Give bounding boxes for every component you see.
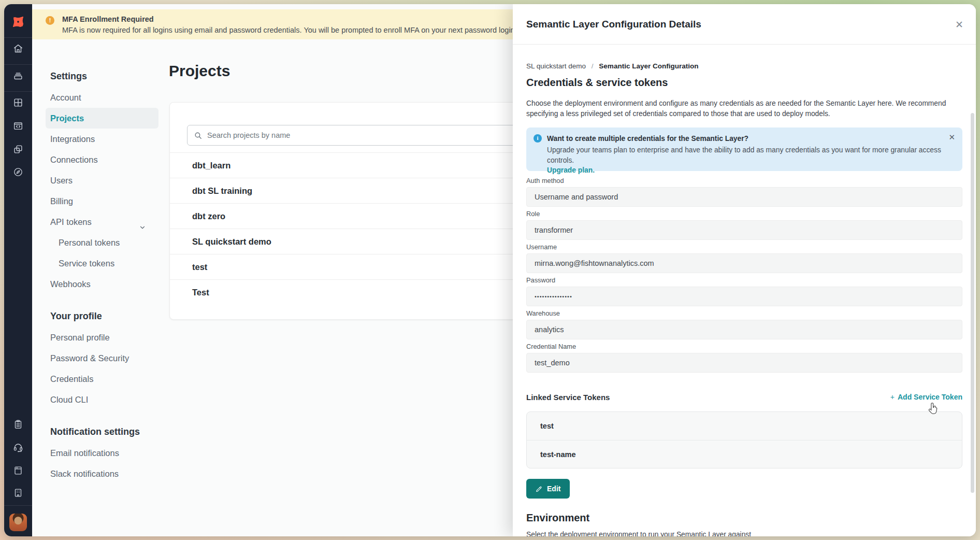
info-title: Want to create multiple credentials for …	[547, 134, 942, 144]
dbt-logo-icon[interactable]	[4, 10, 32, 33]
sidebar-item-password-security[interactable]: Password & Security	[46, 348, 158, 368]
project-row[interactable]: test	[170, 254, 542, 279]
field-warehouse: Warehouse	[526, 309, 962, 339]
field-label: Auth method	[526, 177, 962, 184]
docs-book-icon[interactable]	[4, 461, 32, 480]
sidebar-item-webhooks[interactable]: Webhooks	[46, 274, 158, 294]
develop-code-icon[interactable]	[4, 117, 32, 135]
search-input[interactable]	[207, 131, 528, 139]
field-label: Password	[526, 276, 962, 284]
app-window: ! MFA Enrollment Required MFA is now req…	[4, 4, 976, 536]
breadcrumb-current: Semantic Layer Configuration	[599, 62, 698, 70]
sidebar-divider	[4, 64, 32, 65]
sidebar-item-projects[interactable]: Projects	[46, 108, 158, 129]
role-input[interactable]	[526, 220, 962, 240]
project-row[interactable]: SL quickstart demo	[170, 229, 542, 254]
changelog-clipboard-icon[interactable]	[4, 415, 32, 434]
environment-title: Environment	[526, 512, 589, 524]
sidebar-item-users[interactable]: Users	[46, 170, 158, 191]
page-title: Projects	[169, 62, 230, 80]
info-icon: i	[534, 134, 542, 143]
support-headset-icon[interactable]	[4, 438, 32, 457]
linked-tokens-header: Linked Service Tokens +Add Service Token	[526, 393, 962, 402]
plus-icon: +	[890, 393, 895, 401]
field-label: Role	[526, 210, 962, 218]
project-row[interactable]: dbt_learn	[170, 152, 542, 178]
project-search	[187, 125, 529, 146]
close-icon[interactable]: ✕	[955, 19, 963, 31]
section-title: Credentials & service tokens	[526, 77, 668, 89]
service-token-row[interactable]: test	[527, 412, 962, 440]
user-avatar[interactable]	[9, 514, 27, 531]
sidebar-item-api-tokens[interactable]: API tokens	[46, 211, 158, 232]
project-row[interactable]: dbt SL training	[170, 178, 542, 203]
nav-section-title: Your profile	[46, 306, 158, 327]
breadcrumb: SL quickstart demo / Semantic Layer Conf…	[526, 62, 698, 70]
add-service-token-button[interactable]: +Add Service Token	[890, 393, 962, 402]
edit-button-label: Edit	[547, 485, 560, 493]
auth-method-input[interactable]	[526, 187, 962, 207]
field-label: Username	[526, 243, 962, 251]
sidebar-item-integrations[interactable]: Integrations	[46, 129, 158, 149]
deploy-stack-icon[interactable]	[4, 66, 32, 85]
sidebar-item-label: API tokens	[50, 217, 92, 226]
sidebar-item-credentials[interactable]: Credentials	[46, 368, 158, 389]
upgrade-plan-link[interactable]: Upgrade plan.	[547, 166, 942, 175]
section-description: Choose the deployment environment and co…	[526, 98, 962, 119]
nav-section-title: Settings	[46, 66, 158, 87]
field-auth-method: Auth method	[526, 177, 962, 207]
sidebar-item-slack-notifications[interactable]: Slack notifications	[46, 463, 158, 484]
info-body: Upgrade your teams plan to enterprise an…	[547, 145, 942, 166]
panel-header: Semantic Layer Configuration Details ✕	[513, 4, 976, 45]
service-token-row[interactable]: test-name	[527, 440, 962, 468]
upgrade-info-banner: i Want to create multiple credentials fo…	[526, 127, 962, 171]
username-input[interactable]	[526, 253, 962, 273]
service-token-list: test test-name	[526, 411, 962, 468]
environment-description: Select the deployment environment to run…	[526, 531, 751, 536]
field-credential-name: Credential Name	[526, 343, 962, 373]
nav-gap	[46, 410, 158, 422]
field-label: Credential Name	[526, 343, 962, 350]
add-service-token-label: Add Service Token	[898, 393, 962, 401]
sidebar-item-billing[interactable]: Billing	[46, 191, 158, 211]
sidebar-divider	[4, 37, 32, 38]
field-role: Role	[526, 210, 962, 240]
sidebar-item-personal-profile[interactable]: Personal profile	[46, 327, 158, 348]
sidebar-item-cloud-cli[interactable]: Cloud CLI	[46, 389, 158, 410]
project-list: dbt_learn dbt SL training dbt zero SL qu…	[170, 152, 542, 305]
info-close-icon[interactable]: ✕	[948, 133, 955, 142]
sidebar-item-service-tokens[interactable]: Service tokens	[46, 253, 158, 274]
breadcrumb-parent[interactable]: SL quickstart demo	[526, 62, 586, 70]
field-username: Username	[526, 243, 962, 273]
home-icon[interactable]	[4, 39, 32, 58]
field-label: Warehouse	[526, 309, 962, 317]
edit-button[interactable]: Edit	[526, 479, 570, 499]
search-icon	[194, 131, 203, 140]
sidebar-item-account[interactable]: Account	[46, 87, 158, 108]
field-password: Password	[526, 276, 962, 306]
password-input[interactable]	[526, 287, 962, 306]
discover-compass-icon[interactable]	[4, 163, 32, 181]
sidebar-divider	[4, 505, 32, 506]
nav-gap	[46, 294, 158, 306]
warehouse-input[interactable]	[526, 320, 962, 339]
apps-grid-icon[interactable]	[4, 93, 32, 112]
projects-card: dbt_learn dbt SL training dbt zero SL qu…	[169, 102, 542, 320]
sidebar-item-personal-tokens[interactable]: Personal tokens	[46, 232, 158, 253]
nav-section-title: Notification settings	[46, 422, 158, 443]
settings-nav: Settings Account Projects Integrations C…	[46, 66, 158, 484]
explore-squares-icon[interactable]	[4, 140, 32, 159]
linked-tokens-title: Linked Service Tokens	[526, 393, 610, 402]
project-row[interactable]: Test	[170, 279, 542, 305]
icon-sidebar	[4, 4, 32, 536]
warning-icon: !	[46, 16, 54, 25]
credential-name-input[interactable]	[526, 353, 962, 373]
panel-title: Semantic Layer Configuration Details	[526, 19, 701, 30]
breadcrumb-separator: /	[592, 62, 594, 70]
organization-building-icon[interactable]	[4, 484, 32, 502]
sidebar-divider	[4, 91, 32, 92]
panel-scrollbar[interactable]	[971, 113, 974, 493]
sidebar-item-connections[interactable]: Connections	[46, 149, 158, 170]
sidebar-item-email-notifications[interactable]: Email notifications	[46, 443, 158, 463]
project-row[interactable]: dbt zero	[170, 203, 542, 229]
